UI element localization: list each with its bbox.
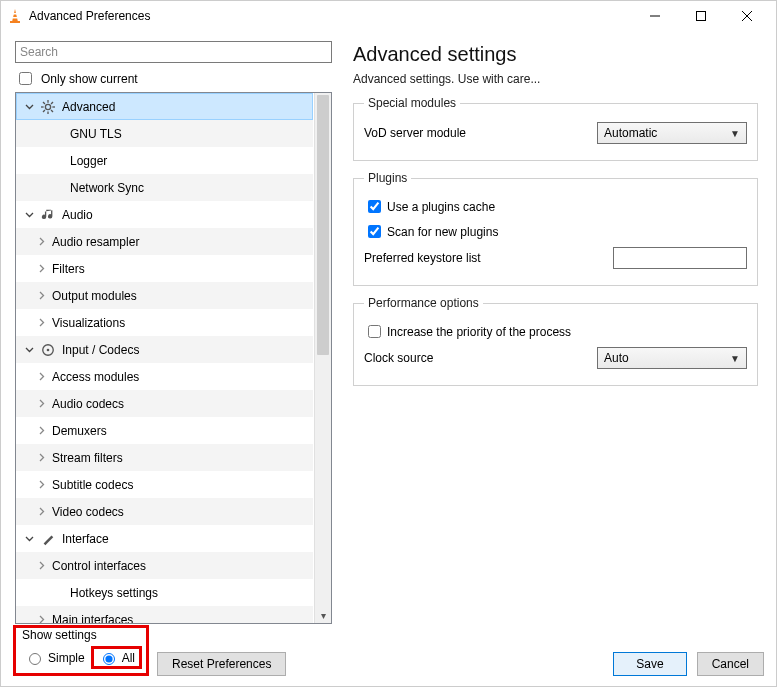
expand-icon[interactable] <box>36 615 46 623</box>
tree-item-audio-resampler[interactable]: Audio resampler <box>16 228 313 255</box>
tree-viewport[interactable]: AdvancedGNU TLSLoggerNetwork SyncAudioAu… <box>16 93 313 623</box>
tree-item-main-interfaces[interactable]: Main interfaces <box>16 606 313 623</box>
preferred-keystore-input[interactable] <box>613 247 747 269</box>
all-radio-label: All <box>122 651 135 665</box>
footer: Show settings Simple All Reset Preferenc… <box>1 630 776 686</box>
increase-priority-checkbox[interactable] <box>368 325 381 338</box>
expand-icon[interactable] <box>36 561 46 570</box>
tree-item-label: Output modules <box>52 289 137 303</box>
vod-server-module-value: Automatic <box>604 126 657 140</box>
use-plugins-cache-checkbox[interactable] <box>368 200 381 213</box>
tree-item-stream-filters[interactable]: Stream filters <box>16 444 313 471</box>
collapse-icon[interactable] <box>24 102 34 111</box>
tree-scrollbar[interactable]: ▴ ▾ <box>314 93 331 623</box>
scan-new-plugins-label: Scan for new plugins <box>387 225 747 239</box>
tree-item-label: Network Sync <box>70 181 144 195</box>
vod-server-module-dropdown[interactable]: Automatic ▼ <box>597 122 747 144</box>
expand-icon[interactable] <box>36 372 46 381</box>
tree-item-label: Interface <box>62 532 109 546</box>
tree-item-label: Video codecs <box>52 505 124 519</box>
tree-item-advanced[interactable]: Advanced <box>16 93 313 120</box>
page-description: Advanced settings. Use with care... <box>353 72 758 86</box>
svg-line-15 <box>51 102 53 104</box>
clock-source-dropdown[interactable]: Auto ▼ <box>597 347 747 369</box>
left-pane: Only show current AdvancedGNU TLSLoggerN… <box>1 31 341 630</box>
tree-item-label: Audio resampler <box>52 235 139 249</box>
expand-icon[interactable] <box>36 291 46 300</box>
svg-point-8 <box>45 104 50 109</box>
only-show-current-checkbox[interactable] <box>19 72 32 85</box>
expand-icon[interactable] <box>36 318 46 327</box>
svg-rect-3 <box>10 21 20 23</box>
tree-item-interface[interactable]: Interface <box>16 525 313 552</box>
tree-item-label: Filters <box>52 262 85 276</box>
scroll-thumb[interactable] <box>317 95 329 355</box>
close-button[interactable] <box>724 1 770 31</box>
tree-item-label: Access modules <box>52 370 139 384</box>
expand-icon[interactable] <box>36 480 46 489</box>
tree-item-output-modules[interactable]: Output modules <box>16 282 313 309</box>
preferred-keystore-label: Preferred keystore list <box>364 251 613 265</box>
chevron-down-icon: ▼ <box>730 353 740 364</box>
gear-icon <box>40 99 56 115</box>
tree-item-network-sync[interactable]: Network Sync <box>16 174 313 201</box>
all-radio[interactable] <box>103 653 115 665</box>
tree-item-gnu-tls[interactable]: GNU TLS <box>16 120 313 147</box>
only-show-current-row[interactable]: Only show current <box>15 69 332 88</box>
tree-item-subtitle-codecs[interactable]: Subtitle codecs <box>16 471 313 498</box>
collapse-icon[interactable] <box>24 345 34 354</box>
expand-icon[interactable] <box>36 399 46 408</box>
maximize-button[interactable] <box>678 1 724 31</box>
tree-item-label: Subtitle codecs <box>52 478 133 492</box>
collapse-icon[interactable] <box>24 210 34 219</box>
clock-source-value: Auto <box>604 351 629 365</box>
use-plugins-cache-label: Use a plugins cache <box>387 200 747 214</box>
tree-item-video-codecs[interactable]: Video codecs <box>16 498 313 525</box>
tree-item-label: Hotkeys settings <box>70 586 158 600</box>
expand-icon[interactable] <box>36 237 46 246</box>
all-radio-row[interactable]: All <box>91 646 142 669</box>
search-input[interactable] <box>15 41 332 63</box>
tree-item-input-codecs[interactable]: Input / Codecs <box>16 336 313 363</box>
scan-new-plugins-checkbox[interactable] <box>368 225 381 238</box>
tree-item-logger[interactable]: Logger <box>16 147 313 174</box>
tree-item-label: Control interfaces <box>52 559 146 573</box>
svg-line-13 <box>43 102 45 104</box>
window-title: Advanced Preferences <box>29 9 632 23</box>
expand-icon[interactable] <box>36 426 46 435</box>
show-settings-label: Show settings <box>22 628 144 642</box>
reset-preferences-button[interactable]: Reset Preferences <box>157 652 286 676</box>
svg-rect-2 <box>13 17 18 19</box>
save-button[interactable]: Save <box>613 652 686 676</box>
tree-item-audio-codecs[interactable]: Audio codecs <box>16 390 313 417</box>
tree-item-filters[interactable]: Filters <box>16 255 313 282</box>
tree-item-hotkeys-settings[interactable]: Hotkeys settings <box>16 579 313 606</box>
tree-item-label: Input / Codecs <box>62 343 139 357</box>
expand-icon[interactable] <box>36 507 46 516</box>
legend-plugins: Plugins <box>364 171 411 185</box>
tree-item-visualizations[interactable]: Visualizations <box>16 309 313 336</box>
simple-radio[interactable] <box>29 653 41 665</box>
show-settings-group: Show settings Simple All <box>13 625 149 676</box>
settings-tree: AdvancedGNU TLSLoggerNetwork SyncAudioAu… <box>15 92 332 624</box>
group-plugins: Plugins Use a plugins cache Scan for new… <box>353 171 758 286</box>
tree-item-label: Stream filters <box>52 451 123 465</box>
tree-item-label: Audio codecs <box>52 397 124 411</box>
clock-source-label: Clock source <box>364 351 597 365</box>
expand-icon[interactable] <box>36 453 46 462</box>
minimize-button[interactable] <box>632 1 678 31</box>
legend-performance: Performance options <box>364 296 483 310</box>
preferences-window: Advanced Preferences Only show current A… <box>0 0 777 687</box>
tree-item-control-interfaces[interactable]: Control interfaces <box>16 552 313 579</box>
cancel-button[interactable]: Cancel <box>697 652 764 676</box>
chevron-down-icon: ▼ <box>730 128 740 139</box>
tree-item-access-modules[interactable]: Access modules <box>16 363 313 390</box>
scroll-down-icon[interactable]: ▾ <box>315 607 331 623</box>
simple-radio-row[interactable]: Simple <box>20 649 89 666</box>
expand-icon[interactable] <box>36 264 46 273</box>
tree-item-demuxers[interactable]: Demuxers <box>16 417 313 444</box>
collapse-icon[interactable] <box>24 534 34 543</box>
only-show-current-label: Only show current <box>41 72 138 86</box>
tree-item-audio[interactable]: Audio <box>16 201 313 228</box>
tree-item-label: Logger <box>70 154 107 168</box>
